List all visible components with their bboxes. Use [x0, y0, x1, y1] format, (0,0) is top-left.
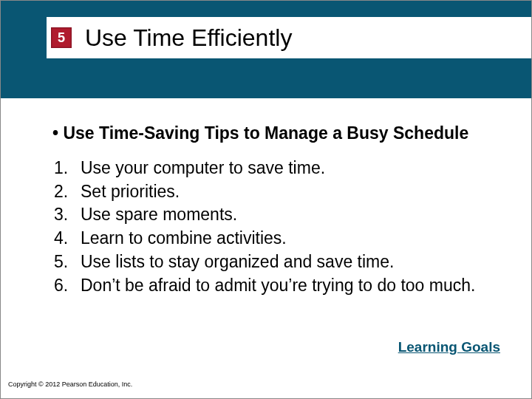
list-text: Use your computer to save time.: [81, 157, 325, 180]
list-number: 3.: [54, 203, 81, 227]
list-number: 2.: [54, 180, 81, 204]
list-text: Use lists to stay organized and save tim…: [81, 250, 394, 274]
list-number: 4.: [54, 227, 81, 250]
list-item: 2. Set priorities.: [54, 180, 502, 204]
numbered-list: 1. Use your computer to save time. 2. Se…: [52, 157, 502, 297]
subtitle: • Use Time-Saving Tips to Manage a Busy …: [52, 123, 502, 143]
slide: 5 Use Time Efficiently • Use Time-Saving…: [0, 0, 532, 399]
list-item: 4. Learn to combine activities.: [54, 227, 502, 250]
list-item: 6. Don’t be afraid to admit you’re tryin…: [54, 274, 502, 298]
list-number: 1.: [54, 157, 81, 180]
list-number: 6.: [54, 274, 81, 298]
learning-goals-link[interactable]: Learning Goals: [398, 339, 500, 355]
list-text: Use spare moments.: [81, 203, 237, 227]
chapter-number: 5: [58, 30, 65, 46]
title-inner: 5 Use Time Efficiently: [47, 17, 531, 58]
list-item: 3. Use spare moments.: [54, 203, 502, 227]
slide-body: • Use Time-Saving Tips to Manage a Busy …: [1, 98, 531, 297]
list-text: Learn to combine activities.: [81, 227, 287, 250]
title-band: 5 Use Time Efficiently: [1, 1, 531, 98]
chapter-badge: 5: [51, 27, 72, 48]
list-item: 5. Use lists to stay organized and save …: [54, 250, 502, 274]
list-item: 1. Use your computer to save time.: [54, 157, 502, 180]
list-text: Set priorities.: [81, 180, 180, 204]
list-text: Don’t be afraid to admit you’re trying t…: [81, 274, 475, 298]
slide-title: Use Time Efficiently: [85, 24, 292, 52]
copyright-text: Copyright © 2012 Pearson Education, Inc.: [8, 381, 132, 388]
list-number: 5.: [54, 250, 81, 274]
